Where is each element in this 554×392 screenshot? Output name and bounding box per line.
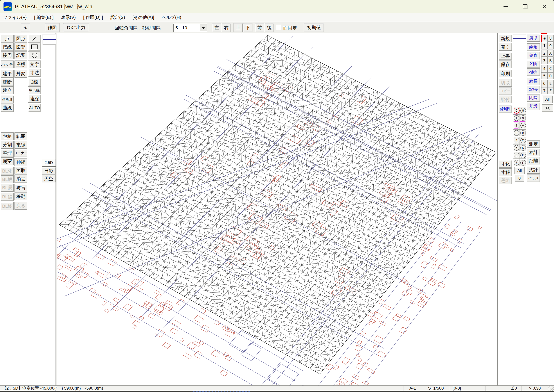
- layer-indicator[interactable]: [0-0]: [450, 386, 486, 391]
- resize-grip-icon[interactable]: [548, 386, 554, 391]
- face-fixed-checkbox[interactable]: [276, 25, 281, 30]
- tool-point[interactable]: 点: [1, 35, 14, 42]
- group-6-button[interactable]: 6: [513, 152, 520, 159]
- move-forward-button[interactable]: 前: [255, 23, 264, 32]
- group-9-button[interactable]: 9: [520, 114, 526, 121]
- mode-25d-button[interactable]: 2.5D: [42, 159, 56, 167]
- draw-mode-button[interactable]: 作図: [45, 23, 59, 32]
- tool-envelope[interactable]: 包絡: [1, 133, 14, 140]
- tool-polyline[interactable]: 連線: [28, 95, 41, 103]
- group-d-button[interactable]: D: [520, 144, 526, 151]
- menu-help[interactable]: ヘルプ(H): [162, 14, 181, 20]
- line-attribute-preview-right[interactable]: [513, 34, 526, 44]
- two-point-length-button[interactable]: 2点長: [527, 86, 540, 93]
- tool-memo-change[interactable]: 記変: [14, 51, 27, 59]
- layer-all-button[interactable]: All: [542, 96, 553, 103]
- perpendicular-button[interactable]: 鉛直: [527, 52, 540, 59]
- base-settings-button[interactable]: 基設: [527, 103, 540, 110]
- tool-rectangle[interactable]: [28, 43, 41, 51]
- tool-offset[interactable]: 複線: [14, 141, 27, 149]
- menu-file[interactable]: ファイル(F): [3, 14, 27, 20]
- tool-tangent-line[interactable]: 接線: [1, 43, 14, 51]
- paper-size[interactable]: A-1: [403, 386, 422, 391]
- file-open-button[interactable]: 開く: [499, 43, 512, 51]
- group-5-button[interactable]: 5: [513, 144, 520, 151]
- menu-other[interactable]: [その他(A)]: [133, 14, 154, 20]
- table-calc-button[interactable]: 表計: [527, 149, 540, 156]
- spacing-button[interactable]: 間隔: [527, 94, 540, 102]
- tool-chamfer[interactable]: 面取: [14, 167, 27, 175]
- tool-auto[interactable]: AUTO: [28, 104, 41, 112]
- group-4-button[interactable]: 4: [513, 137, 520, 144]
- formula-calc-button[interactable]: 式計: [527, 166, 540, 174]
- menu-settings[interactable]: 設定(S): [110, 14, 125, 20]
- drawing-canvas[interactable]: [57, 33, 497, 385]
- layer-0-button[interactable]: 0: [541, 35, 548, 42]
- interval-combo[interactable]: 5，10: [173, 24, 207, 32]
- layer-clear-button[interactable]: [542, 104, 553, 112]
- chevron-down-icon[interactable]: [200, 24, 207, 31]
- line-attribute-button[interactable]: 線属性: [499, 105, 512, 113]
- layer-4-button[interactable]: 4: [541, 65, 547, 72]
- layer-e-button[interactable]: E: [547, 80, 554, 87]
- two-point-angle-button[interactable]: 2点角: [527, 68, 540, 76]
- tool-building-elevation[interactable]: 建立: [1, 86, 14, 94]
- move-back-button[interactable]: 後: [265, 23, 274, 32]
- collapse-button[interactable]: ≪: [21, 23, 30, 32]
- layer-1-button[interactable]: 1: [541, 42, 547, 49]
- group-zero-button[interactable]: 0: [515, 175, 524, 182]
- tool-two-lines[interactable]: 2線: [28, 78, 41, 86]
- file-overwrite-button[interactable]: 上書: [499, 52, 512, 60]
- dim-to-figure-button[interactable]: 寸化: [499, 160, 512, 168]
- group-3-button[interactable]: 3: [513, 129, 520, 136]
- dim-explode-button[interactable]: 寸解: [499, 168, 512, 176]
- tool-divide[interactable]: 分割: [1, 141, 14, 149]
- layer-a-button[interactable]: A: [547, 49, 554, 56]
- tool-building-section[interactable]: 建断: [1, 78, 14, 86]
- tool-tidy[interactable]: 整理: [1, 149, 14, 157]
- tool-tangent-circle[interactable]: 接円: [1, 51, 14, 59]
- rotate-left-button[interactable]: 左: [212, 23, 221, 32]
- dxf-export-button[interactable]: DXF出力: [63, 23, 89, 32]
- x-axis-button[interactable]: X軸: [527, 60, 540, 68]
- layer-7-button[interactable]: 7: [541, 87, 547, 94]
- tool-external-transform[interactable]: 外変: [14, 70, 27, 78]
- layer-b-button[interactable]: B: [547, 57, 554, 64]
- layer-5-button[interactable]: 5: [541, 72, 547, 79]
- tool-erase[interactable]: 消去: [14, 175, 27, 183]
- group-f-button[interactable]: F: [520, 159, 526, 166]
- layer-f-button[interactable]: F: [547, 87, 554, 94]
- rotate-right-button[interactable]: 右: [222, 23, 231, 32]
- tool-dimension[interactable]: 寸法: [28, 69, 41, 77]
- menu-view[interactable]: 表示(V): [61, 14, 76, 20]
- close-button[interactable]: [535, 0, 554, 13]
- layer-3-button[interactable]: 3: [541, 57, 547, 64]
- file-new-button[interactable]: 新規: [499, 35, 512, 42]
- group-1-button[interactable]: 1: [513, 114, 520, 121]
- group-b-button[interactable]: B: [520, 129, 526, 136]
- tool-figure-register[interactable]: 図登: [14, 43, 27, 51]
- group-a-button[interactable]: A: [520, 122, 526, 129]
- menu-draw[interactable]: [ 作図(D) ]: [83, 14, 103, 20]
- measure-button[interactable]: 測定: [527, 140, 540, 148]
- tool-hatch[interactable]: ハッチ: [1, 61, 14, 68]
- line-angle-button[interactable]: 線角: [527, 43, 540, 51]
- angle-indicator[interactable]: ∠0: [506, 386, 522, 391]
- layer-c-button[interactable]: C: [547, 65, 554, 72]
- layer-d-button[interactable]: D: [547, 72, 554, 79]
- mode-shadow-button[interactable]: 日影: [42, 167, 56, 175]
- layer-2-button[interactable]: 2: [541, 49, 547, 56]
- tool-text[interactable]: 文字: [28, 61, 41, 68]
- tool-building-plan[interactable]: 建平: [1, 70, 14, 78]
- group-all-button[interactable]: All: [514, 167, 525, 174]
- group-7-button[interactable]: 7: [513, 159, 520, 166]
- distance-button[interactable]: 距離: [527, 157, 540, 164]
- line-attribute-preview[interactable]: [43, 34, 56, 45]
- group-2-button[interactable]: 2: [513, 122, 520, 129]
- tool-copy[interactable]: 複写: [14, 184, 27, 192]
- group-c-button[interactable]: C: [520, 137, 526, 144]
- tool-polygon[interactable]: 多角形: [1, 96, 14, 104]
- tool-curve[interactable]: 曲線: [1, 104, 14, 112]
- menu-edit[interactable]: [ 編集(E) ]: [34, 14, 54, 20]
- tool-coordinates[interactable]: 座標: [14, 61, 27, 68]
